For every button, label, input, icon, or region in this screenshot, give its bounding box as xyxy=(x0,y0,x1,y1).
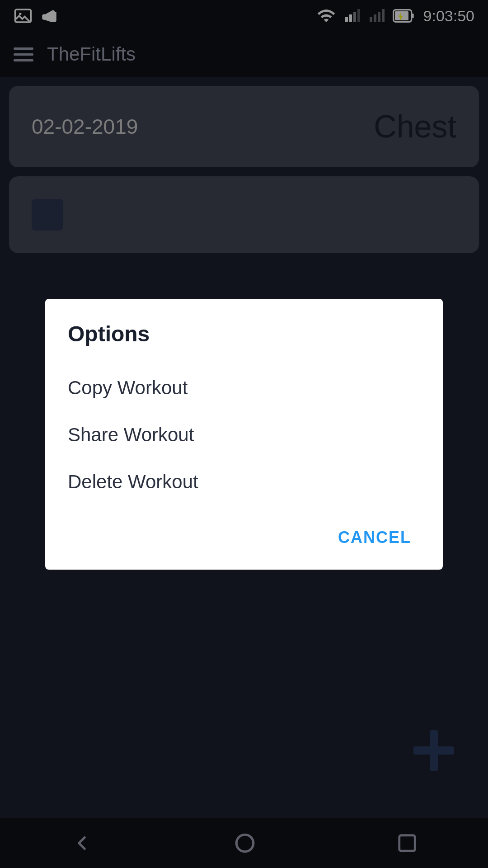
dialog-overlay: Options Copy Workout Share Workout Delet… xyxy=(0,0,488,868)
share-workout-button[interactable]: Share Workout xyxy=(68,411,420,458)
cancel-button[interactable]: CANCEL xyxy=(329,524,420,552)
dialog-actions: CANCEL xyxy=(68,510,420,552)
copy-workout-button[interactable]: Copy Workout xyxy=(68,364,420,411)
delete-workout-button[interactable]: Delete Workout xyxy=(68,458,420,505)
options-dialog: Options Copy Workout Share Workout Delet… xyxy=(45,299,443,570)
dialog-title: Options xyxy=(68,321,420,346)
